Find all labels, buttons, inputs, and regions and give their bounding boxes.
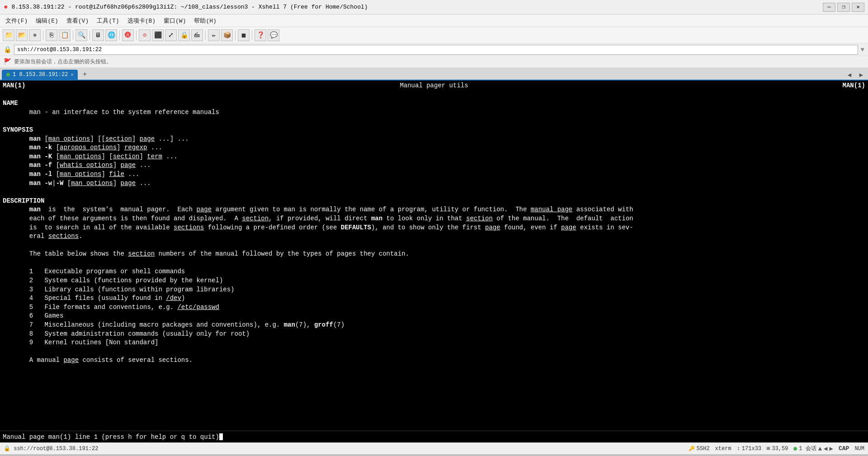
toolbar-green[interactable]: ⬛	[152, 29, 164, 41]
term-synopsis-3: man -K [man options] [section] term ...	[0, 152, 868, 162]
term-list-2: 2 System calls (functions provided by th…	[0, 276, 868, 285]
term-desc-5: The table below shows the section number…	[0, 250, 868, 259]
man-header-center: Manual pager utils	[400, 81, 468, 90]
title-bar-controls: — ❐ ✕	[823, 3, 864, 12]
session-count-label: 1 会话	[799, 445, 816, 452]
menu-edit[interactable]: 编辑(E)	[32, 15, 61, 26]
term-desc-3: is to search in all of the available sec…	[0, 223, 868, 233]
address-input[interactable]	[14, 45, 858, 55]
term-synopsis-5: man -l [man options] file ...	[0, 170, 868, 179]
toolbar-key[interactable]: 🖮	[191, 29, 203, 41]
minimize-button[interactable]: —	[823, 3, 835, 12]
menu-help[interactable]: 帮助(H)	[190, 15, 220, 26]
tab-nav-right: ◀ ▶	[844, 70, 866, 80]
toolbar-sep5	[136, 30, 137, 40]
term-desc-2: each of these arguments is then found an…	[0, 214, 868, 223]
status-size-icon: ↕	[737, 446, 740, 452]
toolbar-sep2	[73, 30, 73, 40]
status-cap-label: CAP	[839, 445, 849, 452]
close-button[interactable]: ✕	[852, 3, 864, 12]
term-list-3: 3 Library calls (functions within progra…	[0, 285, 868, 294]
toolbar-lock[interactable]: 🔒	[178, 29, 190, 41]
term-synopsis-2: man -k [apropos options] regexp ...	[0, 143, 868, 152]
term-list-8: 8 System administration commands (usuall…	[0, 330, 868, 339]
status-ssh-path: 🔒 ssh://root@8.153.38.191:22	[4, 445, 685, 452]
toolbar-new[interactable]: 📁	[3, 29, 14, 41]
term-blank-3	[0, 188, 868, 197]
toolbar-copy[interactable]: ⎘	[46, 29, 57, 41]
toolbar-chat[interactable]: 💬	[268, 29, 279, 41]
status-term: xterm	[715, 446, 731, 452]
title-bar: ● 8.153.38.191:22 - root@iZuf68hz06p6s28…	[0, 0, 868, 14]
term-synopsis-1: man [man options] [[section] page ...] .…	[0, 135, 868, 144]
toolbar-help[interactable]: ❓	[255, 29, 266, 41]
term-synopsis-heading: SYNOPSIS	[0, 126, 868, 135]
address-dropdown-icon[interactable]: ▼	[861, 46, 864, 53]
status-protocol: 🔑 SSH2	[689, 446, 710, 452]
tab-add-button[interactable]: +	[80, 70, 90, 80]
status-cursor: ⊞ 33,59	[767, 445, 788, 452]
toolbar-globe[interactable]: 🌐	[105, 29, 117, 41]
tab-bar: 1 8.153.38.191:22 ✕ + ◀ ▶	[0, 68, 868, 81]
tab-prev-button[interactable]: ◀	[844, 70, 854, 80]
term-blank-1	[0, 90, 868, 100]
status-cap: CAP	[839, 445, 849, 452]
tab-next-button[interactable]: ▶	[856, 70, 866, 80]
toolbar-pen[interactable]: ✏	[208, 29, 220, 41]
status-protocol-label: SSH2	[697, 446, 710, 452]
term-name-content: man - an interface to the system referen…	[0, 108, 868, 117]
term-list-9: 9 Kernel routines [Non standard]	[0, 338, 868, 347]
term-name-heading: NAME	[0, 99, 868, 108]
status-num-label: NUM	[854, 446, 864, 452]
session-banner-text: 要添加当前会话，点击左侧的箭头按钮。	[14, 58, 112, 66]
menu-bar: 文件(F) 编辑(E) 查看(V) 工具(T) 选项卡(B) 窗口(W) 帮助(…	[0, 14, 868, 27]
session-up-btn[interactable]: ▲	[818, 445, 822, 452]
status-num: NUM	[854, 446, 864, 452]
tab-close-button[interactable]: ✕	[71, 72, 73, 77]
status-size-label: 171x33	[742, 446, 761, 452]
status-cursor-icon: ⊞	[767, 445, 770, 452]
status-cursor-label: 33,59	[772, 446, 788, 452]
man-header-right: MAN(1)	[843, 81, 865, 90]
status-right: 🔑 SSH2 xterm ↕ 171x33 ⊞ 33,59 1 会话 ▲ ◀ ▶…	[689, 445, 864, 452]
tab-session-1[interactable]: 1 8.153.38.191:22 ✕	[2, 70, 78, 80]
toolbar-sep4	[119, 30, 120, 40]
cmd-bar: Manual page man(1) line 1 (press h for h…	[0, 431, 868, 442]
term-blank-5	[0, 259, 868, 268]
terminal[interactable]: MAN(1) Manual pager utils MAN(1) NAME ma…	[0, 81, 868, 431]
title-bar-left: ● 8.153.38.191:22 - root@iZuf68hz06p6s28…	[4, 3, 368, 11]
session-prev-btn[interactable]: ◀	[824, 445, 827, 452]
toolbar-sep6	[205, 30, 206, 40]
menu-tools[interactable]: 工具(T)	[93, 15, 123, 26]
status-lock-icon: 🔒	[4, 446, 10, 452]
term-list-1: 1 Executable programs or shell commands	[0, 267, 868, 276]
toolbar-panel[interactable]: ▦	[238, 29, 250, 41]
toolbar-paste[interactable]: 📋	[59, 29, 71, 41]
term-blank-4	[0, 241, 868, 250]
toolbar-resize[interactable]: ⤢	[165, 29, 177, 41]
term-desc-heading: DESCRIPTION	[0, 197, 868, 206]
session-banner: 🚩 要添加当前会话，点击左侧的箭头按钮。	[0, 56, 868, 68]
menu-view[interactable]: 查看(V)	[63, 15, 92, 26]
menu-tabs[interactable]: 选项卡(B)	[124, 15, 159, 26]
maximize-button[interactable]: ❐	[837, 3, 850, 12]
toolbar-sep8	[252, 30, 252, 40]
term-list-5: 5 File formats and conventions, e.g. /et…	[0, 303, 868, 312]
toolbar-screen[interactable]: 🖥	[92, 29, 104, 41]
tab-status-dot	[6, 73, 10, 76]
toolbar-find[interactable]: 🔍	[75, 29, 87, 41]
menu-window[interactable]: 窗口(W)	[160, 15, 189, 26]
toolbar-open[interactable]: 📂	[16, 29, 28, 41]
toolbar-sessions[interactable]: ⚙	[29, 29, 41, 41]
tab-label: 1 8.153.38.191:22	[13, 71, 68, 78]
toolbar-box[interactable]: 📦	[221, 29, 233, 41]
toolbar-stop[interactable]: ⊘	[139, 29, 151, 41]
toolbar-color[interactable]: 🅐	[122, 29, 134, 41]
term-desc-1: man is the system's manual pager. Each p…	[0, 205, 868, 214]
term-list-7: 7 Miscellaneous (including macro package…	[0, 321, 868, 330]
term-list-4: 4 Special files (usually found in /dev)	[0, 294, 868, 303]
menu-file[interactable]: 文件(F)	[2, 15, 31, 26]
term-synopsis-6: man -w|-W [man options] page ...	[0, 179, 868, 188]
session-next-btn[interactable]: ▶	[830, 445, 833, 452]
term-blank-2	[0, 117, 868, 126]
